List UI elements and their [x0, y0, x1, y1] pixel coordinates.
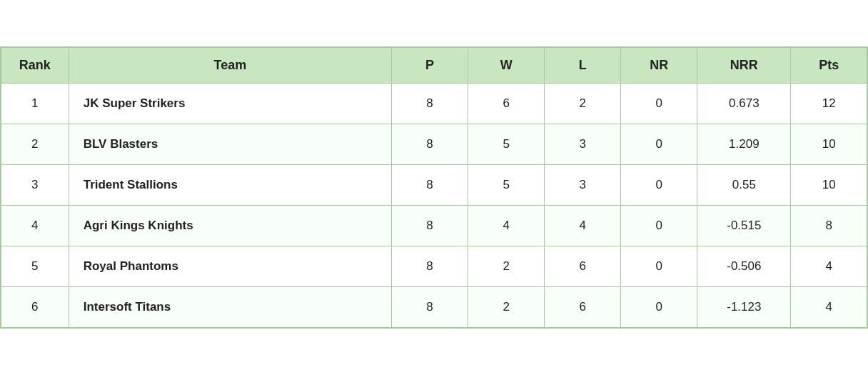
standings-table-container: Rank Team P W L NR NRR Pts 1JK Super Str…	[0, 46, 868, 329]
cell-l: 2	[545, 84, 621, 124]
header-nrr: NRR	[697, 47, 791, 84]
cell-rank: 6	[1, 287, 69, 329]
cell-pts: 10	[791, 124, 867, 165]
cell-nrr: 1.209	[697, 124, 791, 165]
cell-pts: 12	[791, 84, 867, 124]
cell-rank: 2	[1, 124, 69, 165]
cell-l: 3	[545, 165, 621, 206]
cell-pts: 4	[791, 246, 867, 287]
table-header-row: Rank Team P W L NR NRR Pts	[1, 47, 867, 84]
cell-p: 8	[391, 165, 468, 206]
cell-p: 8	[391, 246, 468, 287]
cell-nrr: 0.55	[697, 165, 791, 206]
cell-nrr: -0.506	[697, 246, 791, 287]
cell-nr: 0	[621, 165, 697, 206]
table-row: 3Trident Stallions85300.5510	[1, 165, 867, 206]
cell-team: Agri Kings Knights	[69, 206, 391, 246]
cell-rank: 4	[1, 206, 69, 246]
cell-team: Intersoft Titans	[69, 287, 391, 329]
header-pts: Pts	[791, 47, 867, 84]
cell-nr: 0	[621, 84, 697, 124]
cell-team: BLV Blasters	[69, 124, 391, 165]
cell-l: 6	[545, 246, 621, 287]
header-w: W	[468, 47, 545, 84]
cell-team: Trident Stallions	[69, 165, 391, 206]
cell-w: 2	[468, 246, 545, 287]
header-rank: Rank	[1, 47, 69, 84]
table-row: 5Royal Phantoms8260-0.5064	[1, 246, 867, 287]
cell-w: 5	[468, 124, 545, 165]
standings-table: Rank Team P W L NR NRR Pts 1JK Super Str…	[0, 46, 868, 329]
cell-nr: 0	[621, 246, 697, 287]
cell-nrr: -1.123	[697, 287, 791, 329]
cell-team: JK Super Strikers	[69, 84, 391, 124]
cell-w: 4	[468, 206, 545, 246]
cell-p: 8	[391, 84, 468, 124]
header-nr: NR	[621, 47, 697, 84]
cell-nr: 0	[621, 124, 697, 165]
cell-l: 3	[545, 124, 621, 165]
cell-w: 2	[468, 287, 545, 329]
cell-rank: 3	[1, 165, 69, 206]
table-row: 1JK Super Strikers86200.67312	[1, 84, 867, 124]
cell-pts: 4	[791, 287, 867, 329]
cell-l: 6	[545, 287, 621, 329]
header-p: P	[391, 47, 468, 84]
header-team: Team	[69, 47, 391, 84]
cell-w: 6	[468, 84, 545, 124]
cell-rank: 5	[1, 246, 69, 287]
cell-nrr: 0.673	[697, 84, 791, 124]
header-l: L	[545, 47, 621, 84]
cell-pts: 8	[791, 206, 867, 246]
cell-p: 8	[391, 124, 468, 165]
cell-p: 8	[391, 206, 468, 246]
cell-p: 8	[391, 287, 468, 329]
table-row: 6Intersoft Titans8260-1.1234	[1, 287, 867, 329]
cell-pts: 10	[791, 165, 867, 206]
table-row: 4Agri Kings Knights8440-0.5158	[1, 206, 867, 246]
cell-nr: 0	[621, 287, 697, 329]
cell-l: 4	[545, 206, 621, 246]
cell-w: 5	[468, 165, 545, 206]
table-row: 2BLV Blasters85301.20910	[1, 124, 867, 165]
cell-rank: 1	[1, 84, 69, 124]
cell-team: Royal Phantoms	[69, 246, 391, 287]
cell-nr: 0	[621, 206, 697, 246]
cell-nrr: -0.515	[697, 206, 791, 246]
